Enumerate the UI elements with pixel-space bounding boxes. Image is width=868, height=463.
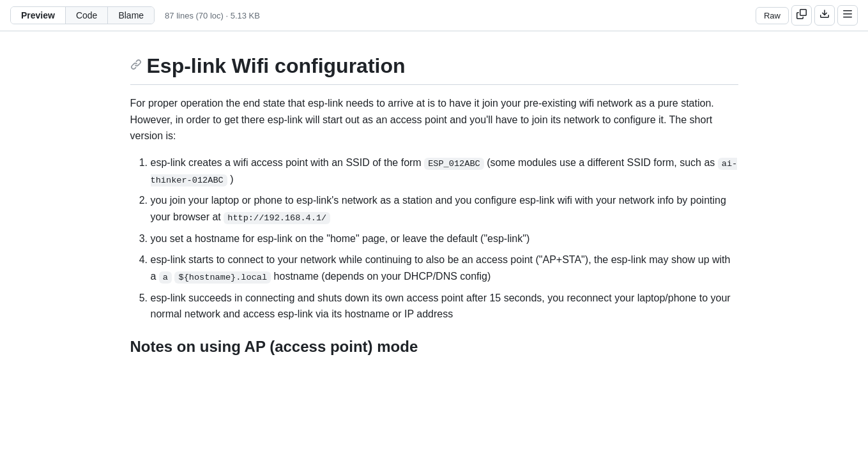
- page-heading: Esp-link Wifi configuration: [130, 52, 738, 85]
- copy-button[interactable]: [791, 5, 812, 26]
- list-item: you set a hostname for esp-link on the "…: [151, 231, 738, 247]
- list-item: esp-link creates a wifi access point wit…: [151, 155, 738, 188]
- tab-group: Preview Code Blame: [10, 6, 155, 24]
- step1-text-after: ): [230, 174, 233, 185]
- toolbar-actions: Raw: [756, 5, 858, 26]
- step1-text-before: esp-link creates a wifi access point wit…: [151, 157, 425, 168]
- heading-anchor: Esp-link Wifi configuration: [130, 54, 406, 78]
- list-item: you join your laptop or phone to esp-lin…: [151, 192, 738, 225]
- step1-text-middle: (some modules use a different SSID form,…: [487, 157, 718, 168]
- step4-text-after: hostname (depends on your DHCP/DNS confi…: [274, 271, 491, 282]
- intro-paragraph: For proper operation the end state that …: [130, 95, 738, 144]
- step4-code2: ${hostname}.local: [174, 271, 271, 284]
- raw-button[interactable]: Raw: [756, 7, 789, 24]
- file-meta: 87 lines (70 loc) · 5.13 KB: [165, 11, 260, 20]
- tab-code[interactable]: Code: [66, 7, 108, 24]
- lines-icon: [842, 9, 853, 22]
- step2-code1: http://192.168.4.1/: [224, 212, 330, 224]
- list-item: esp-link succeeds in connecting and shut…: [151, 290, 738, 323]
- heading-text: Esp-link Wifi configuration: [147, 54, 406, 78]
- steps-list: esp-link creates a wifi access point wit…: [130, 155, 738, 323]
- step4-code1: a: [159, 271, 172, 284]
- anchor-link[interactable]: [130, 59, 142, 73]
- menu-button[interactable]: [837, 5, 858, 26]
- download-button[interactable]: [814, 5, 835, 26]
- copy-icon: [796, 9, 807, 22]
- section2-heading: Notes on using AP (access point) mode: [130, 338, 738, 360]
- tab-preview[interactable]: Preview: [11, 7, 66, 24]
- toolbar: Preview Code Blame 87 lines (70 loc) · 5…: [0, 0, 868, 31]
- download-icon: [819, 9, 830, 22]
- content-area: Esp-link Wifi configuration For proper o…: [115, 31, 754, 380]
- step3-text: you set a hostname for esp-link on the "…: [151, 233, 530, 244]
- list-item: esp-link starts to connect to your netwo…: [151, 252, 738, 284]
- tab-blame[interactable]: Blame: [108, 7, 154, 24]
- step1-code1: ESP_012ABC: [424, 158, 484, 170]
- step5-text: esp-link succeeds in connecting and shut…: [151, 292, 731, 320]
